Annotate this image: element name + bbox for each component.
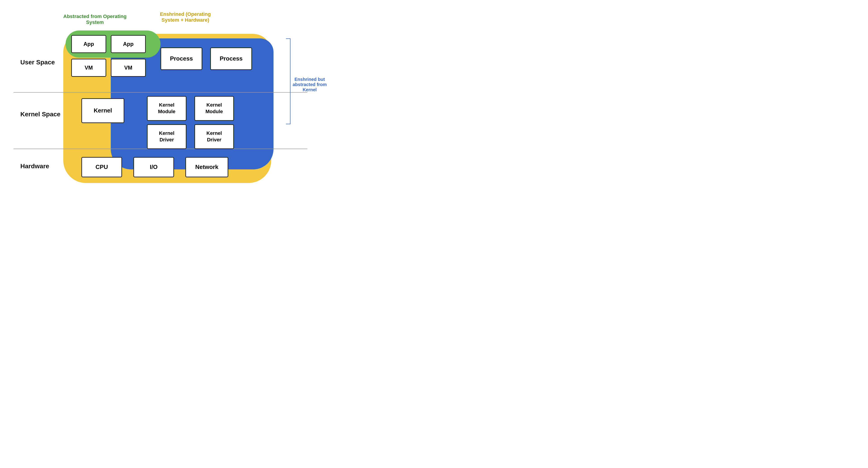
network-box: Network <box>185 157 228 177</box>
kernel-module2-box: KernelModule <box>194 96 234 121</box>
kernel-module1-box: KernelModule <box>147 96 186 121</box>
process2-box: Process <box>210 47 252 70</box>
kernel-driver2-box: KernelDriver <box>194 124 234 149</box>
app1-box: App <box>71 35 106 53</box>
cpu-box: CPU <box>81 157 122 177</box>
process1-box: Process <box>160 47 202 70</box>
kernel-module2-label: KernelModule <box>206 102 223 115</box>
kernel-driver1-label: KernelDriver <box>159 130 174 143</box>
kernel-driver2-label: KernelDriver <box>206 130 222 143</box>
vm1-box: VM <box>71 59 106 77</box>
io-box: I/O <box>133 157 174 177</box>
legend-green-label: Abstracted from Operating System <box>59 13 131 25</box>
divider-user-kernel <box>13 92 307 93</box>
kernel-box: Kernel <box>81 98 124 123</box>
user-space-label: User Space <box>20 59 55 66</box>
hardware-label: Hardware <box>20 163 49 170</box>
legend-yellow-label: Enshrined (Operating System + Hardware) <box>154 11 217 23</box>
bracket-bottom <box>286 124 290 124</box>
app2-box: App <box>111 35 146 53</box>
side-note-label: Enshrined but abstracted from Kernel <box>289 77 330 92</box>
kernel-driver1-box: KernelDriver <box>147 124 186 149</box>
kernel-space-label: Kernel Space <box>20 111 60 118</box>
vm2-box: VM <box>111 59 146 77</box>
diagram-container: Abstracted from Operating System Enshrin… <box>13 9 330 194</box>
kernel-module1-label: KernelModule <box>158 102 176 115</box>
bracket-top <box>286 38 290 39</box>
